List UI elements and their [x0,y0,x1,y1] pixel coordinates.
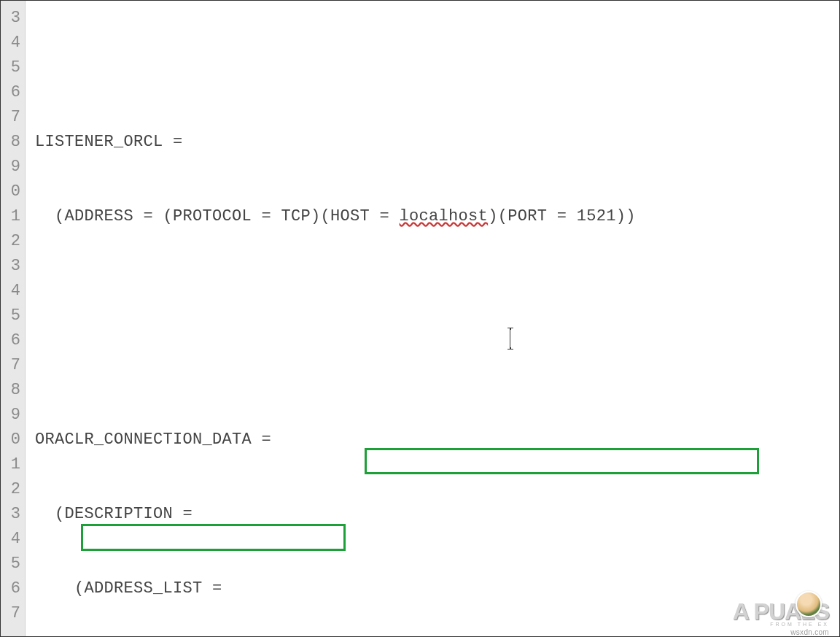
code-line[interactable]: ORACLR_CONNECTION_DATA = [35,428,839,452]
line-number: 6 [1,80,25,105]
line-number: 4 [1,31,25,55]
line-number: 1 [1,452,25,477]
code-line[interactable] [35,279,839,304]
text-cursor-icon [510,328,511,350]
line-number: 0 [1,428,25,452]
line-number: 6 [1,576,25,601]
code-area[interactable]: LISTENER_ORCL = (ADDRESS = (PROTOCOL = T… [26,1,839,636]
line-number: 5 [1,304,25,328]
line-number: 5 [1,55,25,80]
line-number: 3 [1,502,25,527]
line-number: 2 [1,229,25,254]
line-number: 9 [1,155,25,179]
code-line[interactable] [35,55,839,80]
code-editor[interactable]: 3 4 5 6 7 8 9 0 1 2 3 4 5 6 7 8 9 0 1 2 … [1,1,839,636]
line-number: 5 [1,552,25,576]
line-number: 3 [1,6,25,31]
code-text: )(PORT = 1521)) [488,207,636,225]
line-number: 8 [1,378,25,403]
watermark-url: wsxdn.com [733,628,829,636]
line-number: 2 [1,477,25,502]
line-number: 7 [1,601,25,626]
line-number: 7 [1,353,25,378]
line-number: 0 [1,179,25,204]
line-number: 8 [1,130,25,155]
line-number: 4 [1,527,25,552]
spell-flag: localhost [400,207,489,225]
line-number: 7 [1,105,25,130]
code-line[interactable]: (ADDRESS_LIST = [35,576,839,601]
code-line[interactable]: (ADDRESS = (PROTOCOL = TCP)(HOST = local… [35,204,839,229]
code-line[interactable]: (DESCRIPTION = [35,502,839,527]
code-line[interactable]: LISTENER_ORCL = [35,130,839,155]
line-number: 3 [1,254,25,279]
code-text: (ADDRESS = (PROTOCOL = TCP)(HOST = [35,207,400,225]
code-line[interactable] [35,353,839,378]
line-number: 9 [1,403,25,428]
line-number-gutter: 3 4 5 6 7 8 9 0 1 2 3 4 5 6 7 8 9 0 1 2 … [1,1,26,636]
line-number: 4 [1,279,25,304]
avatar-icon [796,591,822,617]
line-number: 6 [1,328,25,353]
line-number: 1 [1,204,25,229]
watermark: A PUALS FROM THE EX wsxdn.com [733,600,829,636]
